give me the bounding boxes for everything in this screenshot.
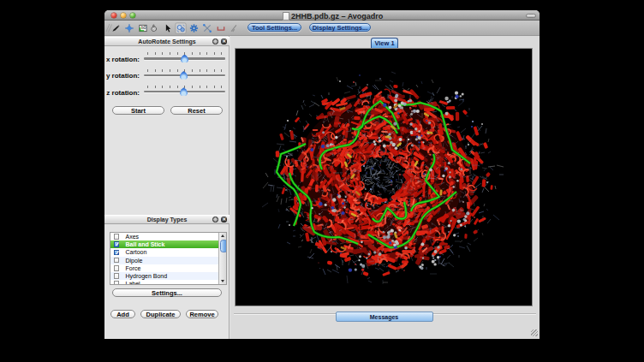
svg-text:b0: b0 <box>141 26 146 30</box>
